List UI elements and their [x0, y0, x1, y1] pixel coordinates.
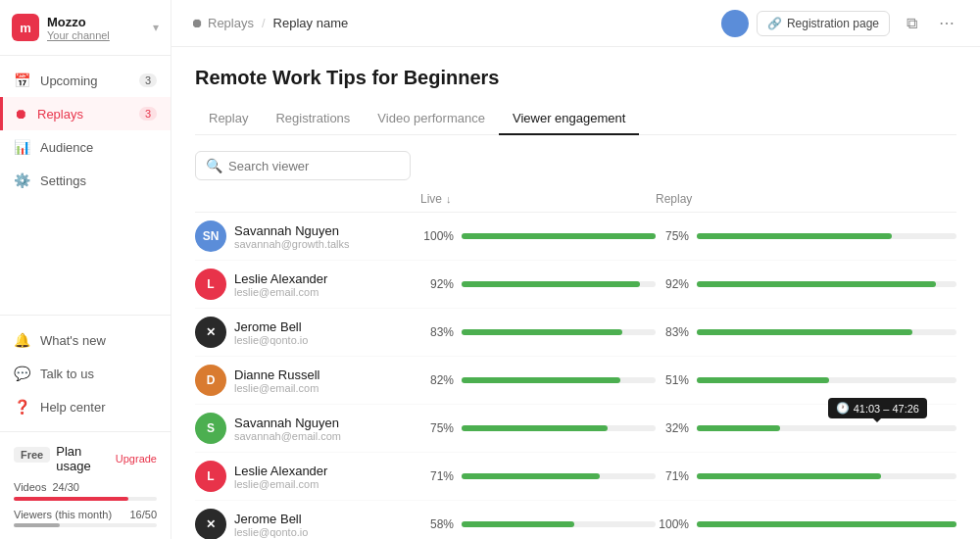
breadcrumb-parent-label: Replays: [208, 16, 254, 30]
live-engagement: 92%: [420, 277, 656, 291]
sidebar-item-help-center[interactable]: ❓ Help center: [0, 390, 171, 423]
replay-icon: ⏺: [191, 16, 204, 30]
replay-engagement: 75%: [656, 229, 956, 243]
nav-label: Audience: [40, 140, 93, 155]
viewer-details: Jerome Bell leslie@qonto.io: [234, 319, 308, 346]
col-header-live[interactable]: Live ↓: [420, 192, 656, 206]
viewers-label: Viewers (this month): [14, 509, 112, 520]
plan-usage-label: Plan usage: [56, 444, 110, 473]
breadcrumb-parent[interactable]: ⏺ Replays: [191, 16, 254, 30]
replay-bar-track: [697, 281, 956, 287]
content-area: Remote Work Tips for Beginners ReplayReg…: [172, 47, 980, 539]
viewer-name: Leslie Alexander: [234, 271, 327, 286]
viewer-info: ✕ Jerome Bell leslie@qonto.io: [195, 509, 420, 539]
viewer-info: D Dianne Russell leslie@email.com: [195, 365, 420, 396]
nav-label: Replays: [37, 107, 83, 122]
live-bar-fill: [462, 233, 656, 239]
tab-viewer-engagement[interactable]: Viewer engagement: [499, 103, 639, 135]
sidebar-item-talk-to-us[interactable]: 💬 Talk to us: [0, 357, 171, 390]
viewer-info: L Leslie Alexander leslie@email.com: [195, 269, 420, 300]
sidebar-item-whats-new[interactable]: 🔔 What's new: [0, 323, 171, 357]
sidebar-header: m Mozzo Your channel ▾: [0, 0, 171, 56]
live-bar-fill: [462, 521, 574, 527]
viewer-email: leslie@qonto.io: [234, 334, 308, 346]
replay-bar-fill: [697, 281, 936, 287]
live-engagement: 82%: [420, 373, 656, 387]
live-pct: 83%: [420, 325, 454, 339]
breadcrumb-separator: /: [262, 16, 266, 30]
live-pct: 58%: [420, 517, 454, 531]
viewers-row: Viewers (this month) 16/50: [14, 509, 157, 520]
viewer-rows: SN Savannah Nguyen savannah@growth.talks…: [195, 213, 956, 539]
audience-icon: 📊: [14, 139, 30, 155]
tab-registrations[interactable]: Registrations: [262, 103, 364, 135]
live-bar-fill: [462, 377, 620, 383]
videos-label: Videos: [14, 481, 46, 493]
viewer-email: leslie@email.com: [234, 478, 327, 490]
sidebar-item-replays[interactable]: ⏺ Replays 3: [0, 97, 171, 130]
replay-pct: 100%: [656, 517, 689, 531]
breadcrumb-current: Replay name: [273, 16, 349, 30]
live-bar-track: [462, 329, 656, 335]
avatar: [721, 10, 749, 37]
avatar: ✕: [195, 509, 226, 539]
sidebar-item-settings[interactable]: ⚙️ Settings: [0, 164, 171, 197]
tooltip-text: 41:03 – 47:26: [854, 403, 919, 415]
live-engagement: 83%: [420, 325, 656, 339]
replay-bar-track: [697, 473, 956, 479]
viewer-details: Jerome Bell leslie@qonto.io: [234, 512, 308, 538]
nav-label: Upcoming: [40, 74, 98, 88]
live-bar-fill: [462, 329, 622, 335]
clock-icon: 🕐: [836, 402, 850, 415]
search-row: 🔍: [195, 151, 956, 180]
avatar: L: [195, 269, 226, 300]
sidebar: m Mozzo Your channel ▾ 📅 Upcoming 3⏺ Rep…: [0, 0, 172, 539]
registration-page-button[interactable]: 🔗 Registration page: [757, 11, 890, 36]
sidebar-item-audience[interactable]: 📊 Audience: [0, 130, 171, 164]
avatar: ✕: [195, 317, 226, 348]
videos-progress-fill: [14, 497, 128, 501]
viewer-table: Live ↓ Replay SN Savannah Nguyen savanna…: [195, 192, 956, 539]
viewer-info: L Leslie Alexander leslie@email.com: [195, 461, 420, 492]
more-options-button[interactable]: ⋯: [933, 10, 960, 37]
chevron-down-icon[interactable]: ▾: [153, 21, 159, 34]
live-bar-track: [462, 281, 656, 287]
avatar: L: [195, 461, 226, 492]
upcoming-icon: 📅: [14, 73, 30, 88]
replay-bar-fill: [697, 233, 892, 239]
sort-icon: ↓: [446, 193, 452, 205]
table-row: S Savannah Nguyen savannah@email.com 75%…: [195, 405, 956, 453]
viewer-details: Savannah Nguyen savannah@growth.talks: [234, 223, 350, 250]
page-title: Remote Work Tips for Beginners: [195, 67, 956, 89]
live-engagement: 100%: [420, 229, 656, 243]
viewer-name: Savannah Nguyen: [234, 223, 350, 238]
viewer-name: Jerome Bell: [234, 512, 308, 526]
upgrade-link[interactable]: Upgrade: [116, 453, 157, 465]
replay-pct: 32%: [656, 421, 689, 435]
live-engagement: 75%: [420, 421, 656, 435]
help-center-icon: ❓: [14, 399, 30, 415]
tab-replay[interactable]: Replay: [195, 103, 262, 135]
table-row: L Leslie Alexander leslie@email.com 92% …: [195, 261, 956, 309]
replay-pct: 75%: [656, 229, 689, 243]
search-input[interactable]: [228, 159, 400, 173]
tab-video-performance[interactable]: Video performance: [364, 103, 499, 135]
copy-button[interactable]: ⧉: [898, 10, 925, 37]
channel-label[interactable]: Your channel: [47, 29, 145, 41]
nav-label: What's new: [40, 333, 106, 348]
replay-bar-track: [697, 377, 956, 383]
live-pct: 100%: [420, 229, 454, 243]
avatar: S: [195, 413, 226, 444]
sidebar-item-upcoming[interactable]: 📅 Upcoming 3: [0, 64, 171, 97]
viewer-name: Dianne Russell: [234, 368, 319, 382]
nav-badge: 3: [139, 107, 157, 121]
live-engagement: 58%: [420, 517, 656, 531]
videos-value: 24/30: [52, 481, 79, 493]
replay-bar-fill: [697, 425, 780, 431]
replay-pct: 83%: [656, 325, 689, 339]
table-row: SN Savannah Nguyen savannah@growth.talks…: [195, 213, 956, 261]
replay-engagement: 92%: [656, 277, 956, 291]
col-live-sort: Live: [420, 192, 442, 206]
viewers-value: 16/50: [129, 509, 157, 520]
nav-label: Settings: [40, 173, 86, 188]
